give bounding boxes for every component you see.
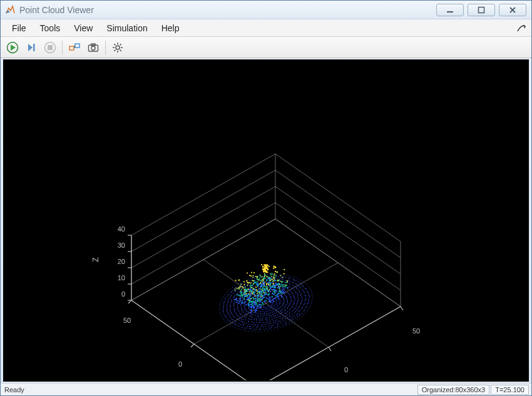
menu-file[interactable]: File (6, 21, 33, 36)
svg-line-52 (128, 300, 131, 303)
svg-point-79 (267, 307, 268, 308)
svg-point-1398 (260, 291, 261, 292)
menu-tools[interactable]: Tools (34, 21, 67, 36)
svg-point-1263 (255, 287, 257, 288)
svg-point-445 (291, 307, 292, 308)
svg-point-356 (267, 317, 268, 318)
snapshot-button[interactable] (85, 39, 101, 56)
svg-point-591 (242, 322, 243, 323)
svg-point-303 (287, 298, 288, 300)
svg-point-940 (248, 302, 250, 303)
svg-point-11 (116, 46, 120, 49)
svg-point-853 (239, 282, 240, 283)
svg-point-642 (279, 278, 280, 280)
svg-point-1362 (260, 297, 261, 298)
minimize-button[interactable] (436, 4, 464, 16)
svg-point-1399 (282, 285, 283, 287)
svg-point-883 (245, 330, 247, 332)
svg-point-114 (257, 307, 258, 308)
svg-point-774 (224, 315, 225, 317)
svg-point-1461 (266, 270, 267, 272)
svg-point-1281 (245, 295, 247, 297)
svg-point-378 (289, 293, 290, 295)
step-button[interactable] (23, 39, 39, 56)
svg-point-1223 (243, 281, 245, 282)
svg-point-742 (270, 276, 271, 277)
svg-point-279 (252, 314, 253, 315)
menu-view[interactable]: View (68, 21, 99, 36)
svg-point-817 (307, 303, 309, 304)
svg-point-1368 (256, 310, 257, 311)
svg-point-693 (260, 327, 262, 328)
svg-point-716 (304, 302, 305, 303)
svg-point-80 (267, 306, 269, 307)
svg-point-602 (267, 323, 269, 325)
svg-point-617 (297, 308, 299, 310)
svg-point-942 (260, 301, 261, 302)
svg-point-854 (237, 284, 238, 285)
svg-point-1352 (260, 285, 262, 287)
svg-point-839 (283, 274, 284, 275)
point-cloud-viewport[interactable]: X Y Z 0 10 20 30 40 -50 0 50 -50 0 50 (3, 59, 529, 382)
svg-point-662 (233, 293, 234, 294)
svg-point-1109 (237, 294, 238, 295)
svg-point-334 (242, 300, 243, 302)
svg-point-1480 (265, 265, 267, 267)
settings-button[interactable] (110, 39, 126, 56)
maximize-button[interactable] (468, 4, 495, 16)
svg-point-500 (239, 317, 240, 318)
svg-point-342 (242, 311, 243, 312)
svg-point-1232 (255, 311, 256, 312)
svg-point-170 (265, 311, 267, 312)
svg-point-1039 (255, 300, 256, 302)
svg-point-414 (237, 308, 238, 310)
svg-point-858 (228, 291, 229, 292)
svg-point-1086 (258, 300, 260, 302)
svg-point-1262 (270, 284, 271, 285)
svg-point-1255 (263, 292, 265, 293)
svg-point-289 (272, 314, 274, 315)
svg-point-492 (233, 305, 235, 307)
svg-point-772 (223, 312, 224, 313)
stop-button[interactable] (42, 39, 58, 56)
svg-point-376 (290, 296, 292, 297)
svg-point-1370 (258, 279, 260, 280)
svg-point-411 (237, 305, 238, 306)
svg-point-730 (298, 282, 299, 283)
svg-point-889 (264, 331, 265, 332)
svg-point-881 (240, 329, 241, 330)
svg-point-458 (289, 290, 290, 291)
svg-point-1394 (238, 279, 240, 280)
svg-point-1408 (274, 292, 275, 293)
svg-point-504 (245, 319, 246, 320)
highlight-block-button[interactable] (66, 39, 83, 56)
svg-point-896 (286, 325, 287, 327)
run-button[interactable] (4, 39, 21, 56)
svg-point-1413 (262, 292, 263, 293)
close-button[interactable] (499, 4, 526, 16)
svg-point-865 (220, 304, 221, 305)
svg-point-285 (264, 315, 265, 316)
svg-point-491 (233, 304, 235, 305)
svg-point-178 (277, 306, 278, 307)
svg-point-413 (237, 307, 238, 308)
svg-point-1310 (280, 291, 282, 292)
menu-simulation[interactable]: Simulation (100, 21, 153, 36)
svg-point-1274 (274, 298, 275, 299)
svg-point-283 (260, 315, 261, 317)
svg-point-569 (237, 292, 238, 293)
svg-point-1405 (258, 290, 259, 292)
svg-point-493 (233, 308, 235, 309)
svg-point-1472 (263, 264, 265, 265)
svg-point-1354 (243, 293, 245, 295)
menu-help[interactable]: Help (155, 21, 186, 36)
svg-point-1088 (272, 282, 273, 283)
svg-point-690 (253, 327, 254, 328)
svg-point-572 (233, 297, 235, 298)
undock-icon[interactable] (516, 23, 526, 33)
svg-point-1027 (277, 287, 279, 288)
svg-point-1040 (256, 308, 257, 309)
svg-point-1366 (272, 283, 274, 284)
svg-point-680 (232, 319, 233, 320)
svg-point-957 (263, 295, 265, 296)
